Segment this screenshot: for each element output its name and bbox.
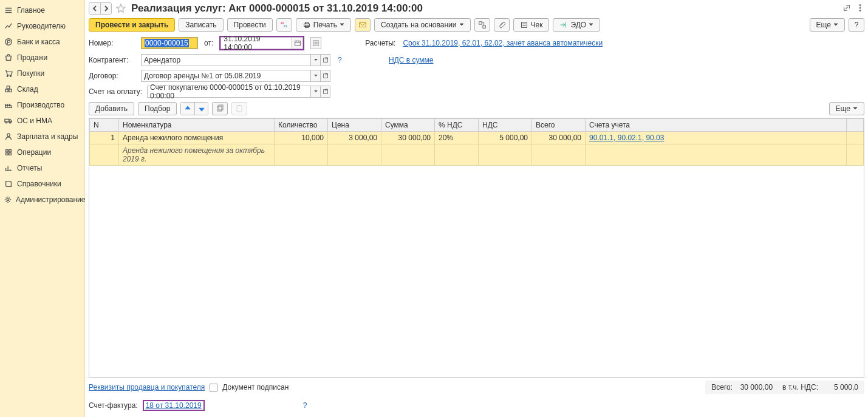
- structure-button[interactable]: [474, 18, 490, 32]
- calendar-button[interactable]: [292, 37, 303, 49]
- sidebar-item-main[interactable]: Главное: [0, 2, 84, 18]
- help-button[interactable]: ?: [849, 18, 864, 32]
- create-based-button[interactable]: Создать на основании: [374, 18, 471, 32]
- sidebar-item-production[interactable]: Производство: [0, 97, 84, 113]
- sidebar-item-operations[interactable]: Операции: [0, 144, 84, 160]
- sidebar-item-admin[interactable]: Администрирование: [0, 192, 84, 208]
- th-vatr[interactable]: % НДС: [435, 119, 479, 132]
- row-contract: Договор: Договор аренды №1 от 05.08.2019: [85, 68, 868, 84]
- paste-button[interactable]: [231, 102, 247, 115]
- open-button[interactable]: [321, 54, 330, 66]
- vat-link[interactable]: НДС в сумме: [389, 56, 434, 64]
- cell-acct[interactable]: 90.01.1, 90.02.1, 90.03: [586, 132, 847, 144]
- svg-point-10: [7, 198, 9, 201]
- svg-point-12: [859, 7, 861, 8]
- sidebar-item-assets[interactable]: ОС и НМА: [0, 113, 84, 129]
- acct-link[interactable]: 90.01.1, 90.02.1, 90.03: [589, 134, 664, 142]
- counterparty-combo: Арендатор: [141, 54, 330, 66]
- cart-icon: [4, 69, 13, 78]
- cell-qty[interactable]: 10,000: [275, 132, 328, 144]
- cell-nom[interactable]: Аренда нежилого помещения: [119, 132, 275, 144]
- svg-rect-22: [521, 22, 527, 28]
- counterparty-input[interactable]: Арендатор: [141, 54, 311, 66]
- seller-details-link[interactable]: Реквизиты продавца и покупателя: [89, 383, 205, 392]
- sidebar-item-hr[interactable]: Зарплата и кадры: [0, 129, 84, 144]
- svg-rect-21: [482, 25, 485, 28]
- pick-button[interactable]: Подбор: [138, 102, 177, 115]
- invoice-label: Счет на оплату:: [89, 87, 143, 96]
- doc-signed-checkbox[interactable]: [210, 384, 217, 392]
- date-ext-button[interactable]: [310, 37, 321, 49]
- chart-icon: [4, 163, 13, 173]
- cell-total[interactable]: 30 000,00: [532, 132, 586, 144]
- table-row-sub[interactable]: Аренда нежилого помещения за октябрь 201…: [90, 144, 864, 166]
- number-input[interactable]: 0000-000015: [141, 37, 198, 49]
- open-button[interactable]: [321, 86, 330, 98]
- link-icon[interactable]: [842, 4, 851, 14]
- move-down-button[interactable]: [194, 103, 208, 115]
- contract-combo: Договор аренды №1 от 05.08.2019: [141, 70, 330, 82]
- th-total[interactable]: Всего: [532, 119, 586, 132]
- sf-help[interactable]: ?: [303, 401, 310, 410]
- copy-button[interactable]: [212, 102, 228, 115]
- favorite-star-icon[interactable]: [115, 3, 126, 14]
- nav-forward-button[interactable]: [100, 3, 111, 14]
- counterparty-help[interactable]: ?: [338, 56, 345, 64]
- open-button[interactable]: [321, 70, 330, 82]
- table-more-button[interactable]: Еще: [829, 102, 864, 115]
- more-button[interactable]: Еще: [810, 18, 845, 32]
- th-sum[interactable]: Сумма: [381, 119, 435, 132]
- th-acct[interactable]: Счета учета: [586, 119, 847, 132]
- post-button[interactable]: Провести: [227, 18, 273, 32]
- cell-price[interactable]: 3 000,00: [328, 132, 381, 144]
- th-vat[interactable]: НДС: [479, 119, 532, 132]
- sidebar-item-purchases[interactable]: Покупки: [0, 66, 84, 81]
- nav-back-button[interactable]: [89, 3, 100, 14]
- th-nom[interactable]: Номенклатура: [119, 119, 275, 132]
- date-input[interactable]: 31.10.2019 14:00:00: [220, 37, 292, 49]
- dropdown-button[interactable]: [311, 54, 321, 66]
- add-button[interactable]: Добавить: [89, 102, 134, 115]
- dt-kt-button[interactable]: АтКт: [276, 18, 292, 32]
- sidebar-item-catalogs[interactable]: Справочники: [0, 176, 84, 192]
- table-row[interactable]: 1 Аренда нежилого помещения 10,000 3 000…: [90, 132, 864, 144]
- sidebar-label: Главное: [17, 6, 45, 15]
- cell-vat[interactable]: 5 000,00: [479, 132, 532, 144]
- cell-vatr[interactable]: 20%: [435, 132, 479, 144]
- more-dots-icon[interactable]: [856, 4, 864, 14]
- sidebar: Главное Руководителю Банк и касса Продаж…: [0, 0, 85, 417]
- calc-link[interactable]: Срок 31.10.2019, 62.01, 62.02, зачет ава…: [403, 39, 603, 47]
- sidebar-item-bank[interactable]: Банк и касса: [0, 34, 84, 50]
- invoice-input[interactable]: Счет покупателю 0000-000015 от 01.10.201…: [147, 86, 311, 98]
- table-toolbar: Добавить Подбор Еще: [85, 100, 868, 118]
- th-price[interactable]: Цена: [328, 119, 381, 132]
- sidebar-item-warehouse[interactable]: Склад: [0, 81, 84, 97]
- sidebar-item-manager[interactable]: Руководителю: [0, 18, 84, 34]
- post-and-close-button[interactable]: Провести и закрыть: [89, 18, 175, 32]
- svg-point-9: [7, 134, 10, 136]
- record-button[interactable]: Записать: [179, 18, 223, 32]
- sidebar-item-sales[interactable]: Продажи: [0, 50, 84, 66]
- sf-link[interactable]: 18 от 31.10.2019: [146, 401, 202, 410]
- th-n[interactable]: N: [90, 119, 119, 132]
- dropdown-button[interactable]: [311, 86, 321, 98]
- move-up-button[interactable]: [181, 103, 194, 115]
- dropdown-button[interactable]: [311, 70, 321, 82]
- contract-input[interactable]: Договор аренды №1 от 05.08.2019: [141, 70, 311, 82]
- sidebar-label: Склад: [17, 85, 38, 93]
- edo-button[interactable]: ЭДО: [553, 18, 600, 32]
- svg-rect-29: [219, 105, 223, 110]
- ops-icon: [4, 147, 13, 157]
- number-label: Номер:: [89, 39, 137, 47]
- cell-nom-sub[interactable]: Аренда нежилого помещения за октябрь 201…: [119, 144, 275, 166]
- sidebar-label: Банк и касса: [17, 38, 60, 46]
- sidebar-item-reports[interactable]: Отчеты: [0, 160, 84, 176]
- print-button[interactable]: Печать: [296, 18, 351, 32]
- attach-button[interactable]: [494, 18, 510, 32]
- svg-point-1: [7, 76, 8, 77]
- cell-sum[interactable]: 30 000,00: [381, 132, 435, 144]
- cell-n[interactable]: 1: [90, 132, 119, 144]
- th-qty[interactable]: Количество: [275, 119, 328, 132]
- mail-button[interactable]: [355, 18, 371, 32]
- cheque-button[interactable]: Чек: [513, 18, 550, 32]
